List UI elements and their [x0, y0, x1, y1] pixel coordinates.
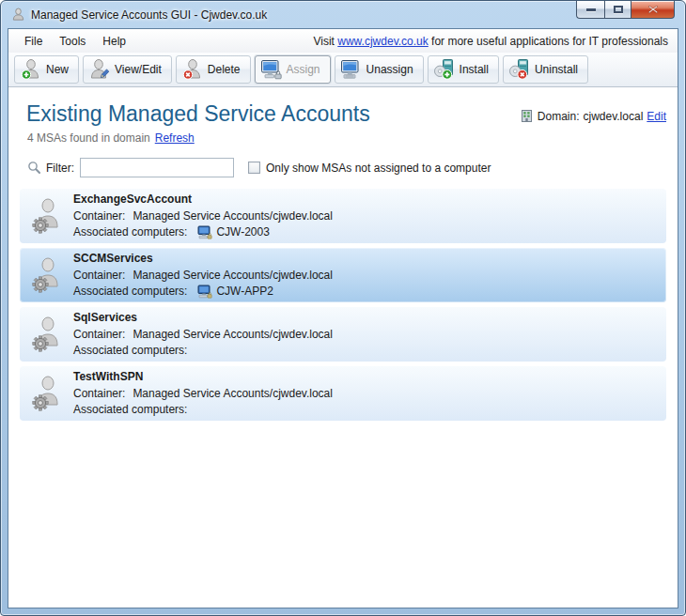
menu-tools[interactable]: Tools [51, 32, 94, 51]
view-edit-button-label: View/Edit [115, 63, 162, 76]
container-value: Managed Service Accounts/cjwdev.local [133, 386, 333, 402]
msa-name: ExchangeSvcAccount [73, 192, 333, 208]
window-title: Managed Service Accounts GUI - Cjwdev.co… [31, 8, 267, 22]
msa-item-exchangesvcaccount[interactable]: ExchangeSvcAccount Container:Managed Ser… [20, 189, 666, 243]
computers-label: Associated computers: [73, 402, 187, 418]
msa-list: ExchangeSvcAccount Container:Managed Ser… [20, 189, 666, 421]
assign-button[interactable]: Assign [255, 55, 331, 84]
page-title: Existing Managed Service Accounts [26, 101, 370, 127]
user-add-icon [20, 58, 42, 81]
service-account-icon [32, 257, 62, 293]
promo-link[interactable]: www.cjwdev.co.uk [337, 35, 428, 48]
unassign-button[interactable]: Unassign [335, 55, 424, 84]
install-button[interactable]: Install [428, 55, 499, 84]
header-row: Existing Managed Service Accounts Domain… [20, 100, 666, 127]
promo-text: Visit www.cjwdev.co.uk for more useful a… [313, 35, 670, 48]
service-account-icon [32, 376, 62, 411]
install-button-label: Install [460, 63, 489, 76]
delete-button-label: Delete [208, 63, 241, 76]
menu-help[interactable]: Help [94, 32, 134, 51]
minimize-icon [586, 8, 596, 11]
container-value: Managed Service Accounts/cjwdev.local [133, 327, 333, 343]
domain-box: Domain: cjwdev.local Edit [520, 100, 666, 123]
close-icon [647, 5, 659, 14]
domain-building-icon [520, 109, 534, 123]
user-edit-icon [88, 58, 111, 81]
computer-icon [197, 285, 212, 299]
disc-remove-icon [508, 58, 531, 81]
disc-add-icon [433, 58, 456, 81]
computers-label: Associated computers: [73, 224, 187, 240]
msa-item-sqlservices[interactable]: SqlServices Container:Managed Service Ac… [20, 307, 666, 362]
associated-computer: CJW-2003 [197, 224, 269, 240]
promo-suffix: for more useful applications for IT prof… [429, 35, 668, 48]
msa-name: SqlServices [73, 310, 333, 326]
filter-input[interactable] [80, 158, 234, 177]
filter-row: Filter: Only show MSAs not assigned to a… [27, 158, 666, 177]
computers-label: Associated computers: [73, 284, 187, 300]
menu-file[interactable]: File [16, 32, 51, 51]
toolbar: New View/Edit Delete Assign Unassign Ins… [8, 53, 678, 87]
unassign-button-label: Unassign [366, 63, 413, 76]
maximize-button[interactable] [604, 1, 631, 19]
main-panel: Existing Managed Service Accounts Domain… [8, 87, 678, 608]
window-content-frame: File Tools Help Visit www.cjwdev.co.uk f… [8, 28, 678, 608]
filter-label: Filter: [46, 162, 74, 175]
refresh-link[interactable]: Refresh [155, 131, 195, 145]
msa-item-sccmservices[interactable]: SCCMServices Container:Managed Service A… [20, 248, 666, 302]
search-icon [27, 161, 41, 175]
container-value: Managed Service Accounts/cjwdev.local [133, 268, 333, 284]
title-bar[interactable]: Managed Service Accounts GUI - Cjwdev.co… [1, 1, 685, 28]
domain-label: Domain: [538, 110, 580, 123]
domain-value: cjwdev.local [584, 110, 644, 123]
msa-count-text: 4 MSAs found in domain [27, 131, 150, 145]
container-label: Container: [73, 386, 125, 402]
computer-icon [197, 225, 212, 239]
computer-name: CJW-2003 [216, 224, 269, 240]
menu-bar: File Tools Help Visit www.cjwdev.co.uk f… [8, 29, 678, 53]
msa-name: SCCMServices [73, 251, 333, 267]
maximize-icon [614, 6, 623, 13]
msa-name: TestWithSPN [73, 369, 333, 385]
container-label: Container: [73, 268, 125, 284]
service-account-icon [32, 198, 62, 234]
associated-computer: CJW-APP2 [197, 284, 273, 300]
computer-name: CJW-APP2 [216, 284, 273, 300]
promo-prefix: Visit [313, 35, 337, 48]
msa-item-testwithspn[interactable]: TestWithSPN Container:Managed Service Ac… [20, 366, 666, 421]
uninstall-button[interactable]: Uninstall [503, 55, 588, 84]
msa-text-block: SqlServices Container:Managed Service Ac… [73, 310, 333, 359]
uninstall-button-label: Uninstall [535, 63, 578, 76]
computer-lock-icon [260, 58, 283, 81]
computers-label: Associated computers: [73, 343, 187, 359]
new-button-label: New [46, 63, 69, 76]
container-value: Managed Service Accounts/cjwdev.local [133, 208, 333, 224]
computer-keyboard-icon [340, 58, 363, 81]
window-controls [576, 1, 675, 19]
msa-text-block: SCCMServices Container:Managed Service A… [73, 251, 333, 300]
domain-edit-link[interactable]: Edit [647, 110, 666, 123]
delete-button[interactable]: Delete [176, 55, 251, 84]
new-button[interactable]: New [14, 55, 79, 84]
unassigned-only-label: Only show MSAs not assigned to a compute… [266, 162, 491, 175]
app-window: Managed Service Accounts GUI - Cjwdev.co… [0, 0, 686, 616]
assign-button-label: Assign [287, 63, 320, 76]
user-delete-icon [181, 58, 204, 81]
close-button[interactable] [631, 1, 675, 19]
container-label: Container: [73, 208, 125, 224]
view-edit-button[interactable]: View/Edit [83, 55, 172, 84]
container-label: Container: [73, 327, 125, 343]
msa-text-block: TestWithSPN Container:Managed Service Ac… [73, 369, 333, 418]
app-person-icon [11, 8, 25, 22]
service-account-icon [32, 316, 62, 352]
msa-text-block: ExchangeSvcAccount Container:Managed Ser… [73, 192, 333, 240]
unassigned-only-checkbox[interactable] [248, 162, 260, 174]
subtitle-row: 4 MSAs found in domain Refresh [27, 131, 666, 145]
minimize-button[interactable] [576, 1, 604, 19]
